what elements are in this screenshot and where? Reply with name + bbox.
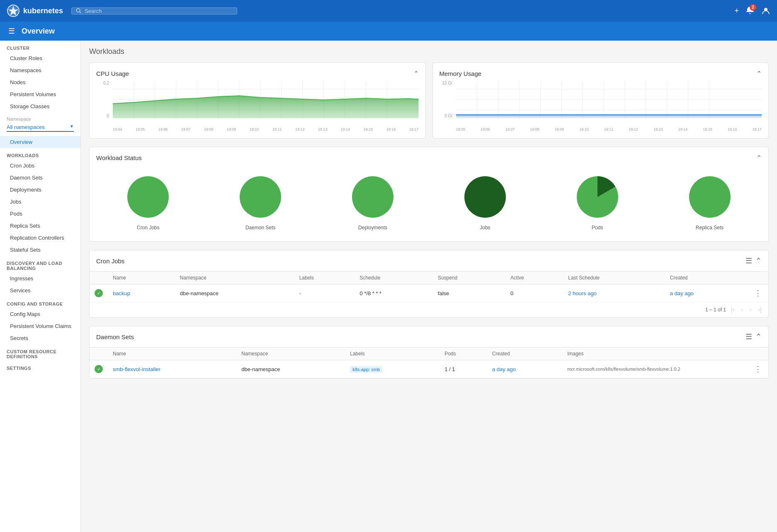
cron-jobs-collapse-button[interactable]: ⌃ <box>755 256 762 265</box>
memory-chart-collapse-button[interactable]: ⌃ <box>756 70 762 78</box>
cron-jobs-col-status <box>90 272 108 284</box>
notification-button[interactable]: 2 <box>745 6 755 16</box>
cron-jobs-filter-button[interactable]: ☰ <box>745 256 752 265</box>
status-cron-jobs-label: Cron Jobs <box>137 225 160 231</box>
status-daemon-sets-label: Daemon Sets <box>245 225 276 231</box>
daemon-set-name-cell: smb-flexvol-installer <box>108 360 236 378</box>
sidebar-item-namespaces[interactable]: Namespaces <box>0 64 80 76</box>
sidebar-item-daemon-sets[interactable]: Daemon Sets <box>0 172 80 184</box>
svg-point-38 <box>240 176 281 218</box>
cpu-y-max: 0.2 <box>96 81 109 85</box>
menu-icon[interactable]: ☰ <box>8 27 15 36</box>
memory-x-labels: 19:05 19:06 19:07 19:08 19:09 19:10 19:1… <box>456 127 762 131</box>
notification-count: 2 <box>750 4 756 11</box>
cpu-chart-svg <box>113 81 419 126</box>
cron-job-last-schedule-link[interactable]: 2 hours ago <box>568 290 597 296</box>
cpu-y-min: 0 <box>96 114 109 118</box>
sidebar-item-secrets[interactable]: Secrets <box>0 332 80 344</box>
cron-job-status-icon: ✓ <box>95 289 103 297</box>
cron-job-created-link[interactable]: a day ago <box>670 290 694 296</box>
memory-chart-card: Memory Usage ⌃ 10 Gi 0 Gi <box>432 63 769 138</box>
sidebar-item-overview[interactable]: Overview <box>0 136 80 148</box>
memory-y-labels: 10 Gi 0 Gi <box>439 81 454 118</box>
status-jobs: Jobs <box>462 174 508 231</box>
sidebar-item-replication-controllers[interactable]: Replication Controllers <box>0 232 80 244</box>
cron-job-more-button[interactable]: ⋮ <box>753 289 763 298</box>
sidebar-item-services[interactable]: Services <box>0 284 80 296</box>
svg-point-42 <box>689 176 731 218</box>
sidebar-item-jobs[interactable]: Jobs <box>0 196 80 208</box>
sidebar-item-cluster-roles[interactable]: Cluster Roles <box>0 52 80 64</box>
daemon-sets-col-namespace: Namespace <box>236 347 345 360</box>
search-box[interactable] <box>71 7 237 15</box>
crd-section-title: Custom Resource Definitions <box>0 344 80 361</box>
cron-job-last-schedule-cell: 2 hours ago <box>563 284 665 302</box>
cron-jobs-col-name: Name <box>108 272 175 284</box>
workload-status-collapse-button[interactable]: ⌃ <box>756 154 762 162</box>
daemon-sets-col-name: Name <box>108 347 236 360</box>
sidebar-item-replica-sets[interactable]: Replica Sets <box>0 220 80 232</box>
cron-jobs-first-page-button[interactable]: |‹ <box>729 306 736 314</box>
add-button[interactable]: + <box>734 7 739 15</box>
cron-job-created-cell: a day ago <box>665 284 748 302</box>
cron-job-labels-cell: - <box>294 284 355 302</box>
cron-jobs-prev-page-button[interactable]: ‹ <box>739 306 745 314</box>
sidebar-item-nodes[interactable]: Nodes <box>0 76 80 88</box>
discovery-section-title: Discovery and Load Balancing <box>0 256 80 272</box>
status-replica-sets-label: Replica Sets <box>696 225 724 231</box>
namespace-selector[interactable]: Namespace All namespaces <box>0 112 80 136</box>
sidebar-item-pods[interactable]: Pods <box>0 208 80 220</box>
content-area: Workloads CPU Usage ⌃ 0.2 0 <box>81 41 777 532</box>
daemon-set-more-button[interactable]: ⋮ <box>753 364 763 374</box>
overview-bar: ☰ Overview <box>0 22 777 41</box>
cron-jobs-last-page-button[interactable]: ›| <box>757 306 763 314</box>
daemon-sets-collapse-button[interactable]: ⌃ <box>755 332 762 341</box>
cpu-chart-title: CPU Usage <box>96 70 129 77</box>
replica-sets-circle <box>687 174 733 220</box>
cluster-section-title: Cluster <box>0 41 80 52</box>
daemon-set-created-link[interactable]: a day ago <box>492 366 516 372</box>
sidebar-item-storage-classes[interactable]: Storage Classes <box>0 100 80 112</box>
cron-jobs-pagination-count: 1 – 1 of 1 <box>705 307 726 313</box>
daemon-sets-col-pods: Pods <box>439 347 487 360</box>
sidebar-item-deployments[interactable]: Deployments <box>0 184 80 196</box>
cron-jobs-table-title: Cron Jobs <box>96 257 124 265</box>
status-jobs-label: Jobs <box>480 225 490 231</box>
cron-job-name-link[interactable]: backup <box>113 290 130 296</box>
cron-jobs-next-page-button[interactable]: › <box>748 306 753 314</box>
search-input[interactable] <box>85 8 233 14</box>
sidebar-item-config-maps[interactable]: Config Maps <box>0 308 80 320</box>
sidebar-item-stateful-sets[interactable]: Stateful Sets <box>0 244 80 256</box>
cron-jobs-table-actions: ☰ ⌃ <box>745 256 762 265</box>
sidebar-item-persistent-volumes[interactable]: Persistent Volumes <box>0 88 80 100</box>
cron-jobs-col-last-schedule: Last Schedule <box>563 272 665 284</box>
sidebar-item-cron-jobs[interactable]: Cron Jobs <box>0 160 80 172</box>
daemon-set-name-link[interactable]: smb-flexvol-installer <box>113 366 160 372</box>
daemon-sets-col-status <box>90 347 108 360</box>
status-daemon-sets: Daemon Sets <box>238 174 283 231</box>
daemon-set-status-cell: ✓ <box>90 360 108 378</box>
table-row: ✓ backup dbe-namespace - 0 */8 * * * fal… <box>90 284 768 302</box>
daemon-sets-filter-button[interactable]: ☰ <box>745 332 752 341</box>
cron-jobs-header-row: Name Namespace Labels Schedule Suspend A… <box>90 272 768 284</box>
daemon-sets-circle <box>238 174 283 220</box>
svg-point-40 <box>464 176 506 218</box>
sidebar-item-persistent-volume-claims[interactable]: Persistent Volume Claims <box>0 320 80 332</box>
sidebar-item-ingresses[interactable]: Ingresses <box>0 272 80 284</box>
memory-y-max: 10 Gi <box>439 81 452 85</box>
cron-jobs-col-namespace: Namespace <box>175 272 294 284</box>
user-avatar-button[interactable] <box>761 6 770 15</box>
daemon-sets-header-row: Name Namespace Labels Pods Created Image… <box>90 347 768 360</box>
daemon-sets-col-images: Images <box>562 347 748 360</box>
daemon-set-label-chip: k8s-app: smb <box>350 366 382 373</box>
svg-line-4 <box>80 12 81 13</box>
topbar-actions: + 2 <box>734 6 770 16</box>
status-deployments-label: Deployments <box>358 225 387 231</box>
daemon-sets-col-labels: Labels <box>345 347 439 360</box>
daemon-set-status-icon: ✓ <box>95 365 103 373</box>
cron-job-active-cell: 0 <box>505 284 563 302</box>
cpu-chart-collapse-button[interactable]: ⌃ <box>413 70 419 78</box>
namespace-dropdown[interactable]: All namespaces <box>7 123 74 132</box>
pods-circle <box>575 174 620 220</box>
status-replica-sets: Replica Sets <box>687 174 733 231</box>
